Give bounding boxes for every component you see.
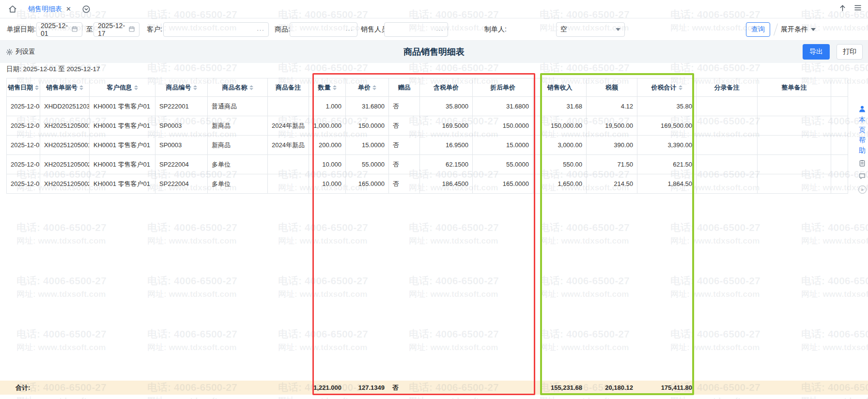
watermark-phone: 电话: 4006-6500-27 [278, 274, 368, 288]
column-header[interactable]: 商品名称 [208, 78, 268, 97]
calendar-icon[interactable] [128, 26, 135, 34]
table-cell: SP0003 [155, 136, 208, 155]
column-header[interactable]: 客户信息 [90, 78, 155, 97]
table-cell: KH0001 零售客户01 [90, 136, 155, 155]
column-header: 赠品 [389, 78, 420, 97]
column-header: 税额 [587, 78, 637, 97]
date-from-input[interactable]: 2025-12-01 [36, 22, 82, 37]
product-picker-icon[interactable]: ··· [345, 26, 353, 33]
totals-cell [155, 381, 207, 395]
column-header[interactable]: 单价 [346, 78, 389, 97]
totals-row: 合计:1,221.000127.1349否155,231.6820,180.12… [6, 381, 848, 395]
watermark-phone: 电话: 4006-6500-27 [147, 61, 237, 75]
query-button[interactable]: 查询 [746, 22, 770, 37]
print-button[interactable]: 打印 [837, 44, 863, 60]
product-input[interactable]: ··· [290, 22, 357, 37]
table-cell: 10.000 [309, 155, 346, 174]
table-cell: SP222004 [155, 155, 208, 174]
maker-select[interactable]: 空 [556, 22, 625, 37]
table-cell: 新商品 [208, 136, 268, 155]
watermark-site: 网址: www.tdxsoft.com [670, 289, 760, 300]
totals-cell [40, 381, 89, 395]
table-cell: 214.50 [587, 174, 637, 194]
chevron-down-icon[interactable] [616, 28, 620, 31]
table-cell [697, 97, 758, 116]
tab-bar: 销售明细表 ✕ [0, 0, 868, 18]
watermark-site: 网址: www.tdxsoft.com [801, 395, 868, 399]
table-cell: XH20251205002 [40, 155, 90, 174]
watermark-phone: 电话: 4006-6500-27 [670, 274, 760, 288]
totals-bar: 合计:1,221.000127.1349否155,231.6820,180.12… [0, 381, 868, 395]
table-cell: SP0003 [155, 116, 208, 136]
table-cell: 3,390.00 [637, 136, 697, 155]
totals-cell [831, 381, 848, 395]
watermark-site: 网址: www.tdxsoft.com [16, 395, 106, 399]
salesperson-picker-icon[interactable]: ··· [436, 26, 444, 33]
sort-icon [249, 85, 253, 90]
date-to-input[interactable]: 2025-12-17 [93, 22, 140, 37]
table-cell: 390.00 [587, 136, 637, 155]
expand-conditions-button[interactable]: 展开条件 [781, 18, 816, 41]
table-cell: 否 [389, 97, 420, 116]
table-cell: XH20251205002 [40, 174, 90, 194]
feedback-icon[interactable] [858, 172, 866, 180]
table-cell: 否 [389, 174, 420, 194]
watermark-phone: 电话: 4006-6500-27 [801, 274, 868, 288]
home-icon[interactable] [7, 3, 18, 15]
table-cell: 2025-12-05 [7, 174, 40, 194]
clipboard-icon[interactable] [858, 159, 866, 167]
export-button[interactable]: 导出 [803, 44, 830, 60]
calendar-icon[interactable] [71, 26, 78, 34]
table-cell: 150.0000 [473, 116, 533, 136]
help-text-char[interactable]: 帮 [859, 136, 866, 144]
collapse-up-icon[interactable] [838, 4, 847, 14]
help-text-char[interactable]: 页 [859, 126, 866, 134]
date-range-text: 日期: 2025-12-01 至 2025-12-17 [6, 65, 100, 74]
salesperson-input[interactable]: ··· [384, 22, 448, 37]
table-cell: 165.0000 [346, 174, 389, 194]
table-row: 2025-12-05XH20251205001KH0001 零售客户01SP00… [7, 136, 848, 155]
report-toolbar: 商品销售明细表 列设置 导出 打印 [0, 41, 868, 63]
help-text-char[interactable]: 助 [859, 146, 866, 154]
table-cell: 2025-12-04 [7, 97, 40, 116]
table-cell: 否 [389, 116, 420, 136]
column-header[interactable]: 价税合计 [637, 78, 697, 97]
history-icon[interactable] [82, 5, 91, 14]
table-cell [831, 155, 848, 174]
totals-cell [89, 381, 155, 395]
watermark-site: 网址: www.tdxsoft.com [16, 235, 106, 246]
table-cell [758, 97, 831, 116]
table-cell: 35.8000 [420, 97, 473, 116]
column-settings-button[interactable]: 列设置 [6, 41, 35, 63]
customer-picker-icon[interactable]: ··· [257, 26, 264, 33]
table-cell: 55.0000 [346, 155, 389, 174]
column-header[interactable]: 数量 [309, 78, 346, 97]
totals-cell: 127.1349 [345, 381, 388, 395]
watermark-site: 网址: www.tdxsoft.com [801, 235, 868, 246]
table-cell: 15.0000 [346, 136, 389, 155]
collapse-chevrons-icon[interactable]: » [858, 185, 867, 194]
column-header[interactable]: 销售日期 [7, 78, 40, 97]
column-header[interactable]: 商品编号 [155, 78, 208, 97]
table-cell: 31.6800 [473, 97, 533, 116]
tab-sales-detail[interactable]: 销售明细表 ✕ [25, 0, 74, 18]
table-cell: 2025-12-05 [7, 155, 40, 174]
table-cell: 新商品 [208, 116, 268, 136]
sort-icon [333, 85, 337, 90]
watermark-site: 网址: www.tdxsoft.com [147, 342, 237, 353]
table-cell [268, 174, 309, 194]
divider [774, 23, 778, 35]
customer-service-icon[interactable] [858, 105, 867, 113]
column-header: 整单备注 [758, 78, 831, 97]
customer-input[interactable]: ··· [163, 22, 269, 37]
tab-close-icon[interactable]: ✕ [66, 6, 71, 12]
totals-cell [696, 381, 757, 395]
table-cell: 621.50 [637, 155, 697, 174]
column-header[interactable]: 销售单据号 [40, 78, 90, 97]
help-text-char[interactable]: 本 [859, 116, 866, 123]
watermark-site: 网址: www.tdxsoft.com [16, 289, 106, 300]
watermark-site: 网址: www.tdxsoft.com [147, 235, 237, 246]
table-cell: 16.9500 [420, 136, 473, 155]
menu-icon[interactable] [853, 3, 862, 14]
watermark-site: 网址: www.tdxsoft.com [147, 395, 237, 399]
